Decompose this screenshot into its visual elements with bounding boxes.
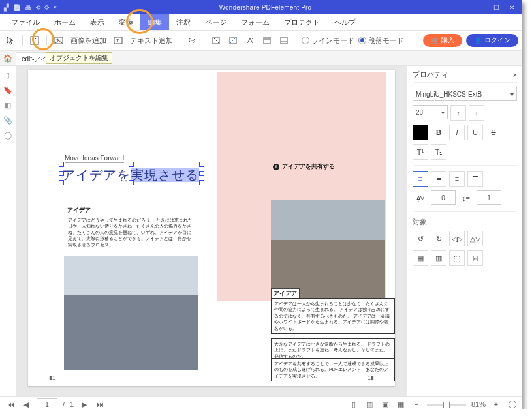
paragraph-4[interactable]: アイデアを共有することで、一人で達成できる成果以上のものを成し遂げられる。PDF… <box>271 358 395 381</box>
left-sidebar: ▯ 🔖 ◧ 📎 ◯ <box>0 66 16 396</box>
link-tool-icon[interactable] <box>185 34 198 47</box>
menu-page[interactable]: ページ <box>198 14 234 30</box>
svg-rect-8 <box>264 37 270 44</box>
menu-edit[interactable]: 編集 <box>140 14 169 30</box>
paragraph-mode-radio[interactable]: 段落モード <box>358 36 404 46</box>
menu-file[interactable]: ファイル <box>4 14 47 30</box>
qat-more-icon[interactable]: ▾ <box>54 4 57 11</box>
align-center-button[interactable]: ≣ <box>431 171 446 187</box>
view-single-icon[interactable]: ▯ <box>349 400 359 409</box>
title-bar: ▞ 📄 🖶 ⟲ ⟳ ▾ Wondershare PDFelement Pro —… <box>0 0 522 14</box>
extract-image-button[interactable]: ⍇ <box>467 250 483 266</box>
strike-button[interactable]: S <box>486 125 501 140</box>
align-justify-button[interactable]: ☰ <box>467 171 483 187</box>
add-image-label[interactable]: 画像を追加 <box>69 36 108 46</box>
align-obj-left-button[interactable]: ▤ <box>413 250 428 266</box>
annotations-icon[interactable]: ◧ <box>5 101 11 110</box>
login-button[interactable]: 👤ログイン <box>466 34 518 47</box>
svg-text:T: T <box>116 38 119 44</box>
edit-toolbar: 画像を追加 T テキスト追加 ラインモード 段落モード 🛒購入 👤ログイン <box>0 31 522 51</box>
panel-close-icon[interactable]: × <box>513 71 517 79</box>
align-left-button[interactable]: ≡ <box>413 171 428 187</box>
next-page-icon[interactable]: ▶ <box>79 400 89 409</box>
line-mode-radio[interactable]: ラインモード <box>302 36 354 46</box>
minimize-icon[interactable]: — <box>474 4 487 11</box>
svg-point-2 <box>57 39 59 41</box>
bold-button[interactable]: B <box>431 125 446 140</box>
zoom-value: 81% <box>471 400 486 408</box>
font-color-button[interactable] <box>413 125 428 140</box>
add-image-icon[interactable] <box>52 34 65 47</box>
italic-button[interactable]: I <box>449 125 465 140</box>
bates-number-tool-icon[interactable] <box>277 34 290 47</box>
add-text-label[interactable]: テキスト追加 <box>129 36 174 46</box>
save-icon[interactable]: 📄 <box>13 4 21 11</box>
next-page-last-icon[interactable]: ⏭ <box>95 400 105 408</box>
print-icon[interactable]: 🖶 <box>25 4 31 11</box>
char-spacing-icon: A͎V <box>413 190 428 206</box>
char-spacing-input[interactable]: 0 <box>431 190 456 205</box>
flip-vertical-button[interactable]: △▽ <box>467 231 483 246</box>
watermark-tool-icon[interactable] <box>227 34 240 47</box>
image-mug[interactable] <box>271 200 385 301</box>
home-icon[interactable]: 🏠 <box>0 51 16 65</box>
heading-share[interactable]: iアイデアを共有する <box>273 162 335 171</box>
cart-icon: 🛒 <box>431 37 439 44</box>
crop-object-button[interactable]: ⬚ <box>449 250 465 266</box>
add-text-icon[interactable]: T <box>112 34 125 47</box>
paragraph-1[interactable]: アイデアはどうやって生まれるのだろう。 ときには恵まれた日や、人知れない侍りをか… <box>65 215 198 250</box>
underline-button[interactable]: U <box>467 125 483 140</box>
menu-form[interactable]: フォーム <box>234 14 277 30</box>
image-pottery[interactable] <box>64 256 198 370</box>
fullscreen-icon[interactable]: ⛶ <box>507 400 517 408</box>
attachments-icon[interactable]: 📎 <box>3 116 12 125</box>
align-right-button[interactable]: ≡ <box>449 171 465 187</box>
menu-view[interactable]: 表示 <box>83 14 112 30</box>
heading-move-ideas[interactable]: Move Ideas Forward <box>65 155 124 163</box>
font-size-up-button[interactable]: ↑ <box>450 105 466 121</box>
zoom-in-icon[interactable]: + <box>491 400 501 408</box>
menu-protect[interactable]: プロテクト <box>277 14 327 30</box>
page-total: 1 <box>70 400 74 408</box>
rotate-ccw-button[interactable]: ↺ <box>413 231 428 246</box>
undo-icon[interactable]: ⟲ <box>35 4 40 11</box>
rotate-cw-button[interactable]: ↻ <box>431 231 446 246</box>
buy-button[interactable]: 🛒購入 <box>423 34 462 47</box>
superscript-button[interactable]: T¹ <box>413 144 428 160</box>
maximize-icon[interactable]: ☐ <box>490 4 503 11</box>
font-size-select[interactable]: 28▾ <box>413 105 448 119</box>
font-family-select[interactable]: MingLiU_HKSCS-ExtB▾ <box>413 87 517 101</box>
align-obj-right-button[interactable]: ▥ <box>431 250 446 266</box>
line-height-input[interactable]: 1 <box>477 190 501 205</box>
close-icon[interactable]: ✕ <box>505 4 518 11</box>
view-continuous-icon[interactable]: ▥ <box>364 400 375 409</box>
menu-help[interactable]: ヘルプ <box>327 14 363 30</box>
line-height-icon: ↕≡ <box>458 190 474 206</box>
document-canvas[interactable]: Move Ideas Forward アイデアを実現させる iアイデアを共有する… <box>16 66 407 396</box>
menu-annot[interactable]: 注釈 <box>169 14 198 30</box>
edit-object-tool-icon[interactable] <box>28 34 41 47</box>
view-facing-cont-icon[interactable]: ▦ <box>396 400 406 409</box>
menu-convert[interactable]: 変換 <box>112 14 140 30</box>
paragraph-2[interactable]: アイデアは一人から生まれることは少なく、たくさんの仲間の協力によって生まれる。 … <box>271 298 395 334</box>
subscript-button[interactable]: T₁ <box>431 144 446 160</box>
target-section-title: 対象 <box>413 217 517 227</box>
zoom-out-icon[interactable]: − <box>411 400 422 408</box>
thumbnails-icon[interactable]: ▯ <box>6 71 10 80</box>
menu-home[interactable]: ホーム <box>47 14 83 30</box>
header-footer-tool-icon[interactable] <box>260 34 274 47</box>
background-tool-icon[interactable] <box>243 34 257 47</box>
zoom-slider[interactable] <box>427 404 466 406</box>
prev-page-icon[interactable]: ◀ <box>21 400 31 409</box>
prev-page-first-icon[interactable]: ⏮ <box>5 400 16 408</box>
user-icon: 👤 <box>474 37 482 44</box>
view-facing-icon[interactable]: ▣ <box>380 400 390 409</box>
search-icon[interactable]: ◯ <box>4 131 12 140</box>
crop-tool-icon[interactable] <box>210 34 223 47</box>
redo-icon[interactable]: ⟳ <box>44 4 50 11</box>
flip-horizontal-button[interactable]: ◁▷ <box>449 231 465 246</box>
bookmarks-icon[interactable]: 🔖 <box>3 86 12 95</box>
page-number-input[interactable]: 1 <box>37 398 57 409</box>
font-size-down-button[interactable]: ↓ <box>469 105 484 121</box>
select-tool-icon[interactable] <box>4 34 17 47</box>
